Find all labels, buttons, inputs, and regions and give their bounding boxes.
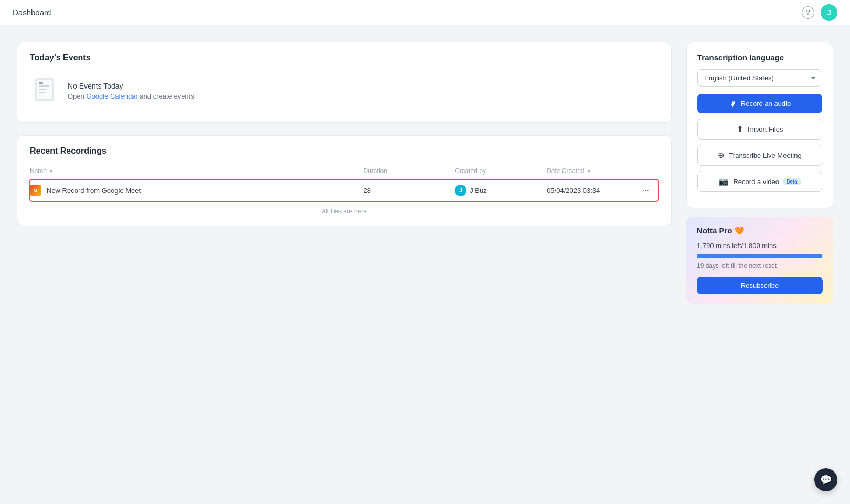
sort-name-icon: ▾ [50,168,52,174]
recordings-table-head: Name ▾ Duration Created by Date Created … [30,163,658,179]
pro-progress-bar-bg [697,254,823,258]
import-files-button[interactable]: ⬆ Import Files [697,119,822,140]
col-header-name[interactable]: Name ▾ [30,163,364,179]
no-events-title: No Events Today [68,82,196,90]
chat-icon: 💬 [820,474,832,486]
right-panel: Transcription language English (United S… [686,42,833,304]
no-events-text: No Events Today Open Google Calendar and… [68,82,196,100]
svg-rect-2 [39,85,49,87]
pro-card: Notta Pro 🧡 1,790 mins left/1,800 mins 1… [686,217,833,304]
beta-badge: Beta [783,178,801,185]
topbar: Dashboard ? J [0,0,850,25]
left-panel: Today's Events No Events Today [17,42,672,304]
record-audio-button[interactable]: 🎙 Record an audio [697,94,822,113]
resubscribe-button[interactable]: Resubscribe [697,277,823,294]
avatar[interactable]: J [821,4,837,21]
transcription-lang-title: Transcription language [697,53,822,62]
user-badge: J [455,185,466,196]
google-calendar-link[interactable]: Google Calendar [86,92,137,100]
sort-date-icon: ▾ [588,168,590,174]
col-header-duration[interactable]: Duration [364,163,455,179]
no-events-subtitle: Open Google Calendar and create events. [68,92,196,100]
help-icon[interactable]: ? [802,6,814,19]
svg-rect-4 [39,92,45,93]
topbar-actions: ? J [802,4,837,21]
all-files-text: All files are here [30,208,658,215]
main-content: Today's Events No Events Today [0,25,850,320]
chat-bubble[interactable]: 💬 [814,468,837,491]
svg-rect-3 [39,89,47,90]
events-section: Today's Events No Events Today [17,42,672,123]
transcribe-live-button[interactable]: ⊕ Transcribe Live Meeting [697,145,822,166]
more-options-button[interactable]: ··· [639,185,652,196]
no-events-svg [31,76,58,105]
no-events-icon [30,76,59,105]
mic-icon: 🎙 [729,99,737,108]
pro-card-reset: 19 days left till the next reset [697,262,823,270]
no-events-container: No Events Today Open Google Calendar and… [30,70,658,112]
table-row[interactable]: G New Record from Google Meet 28 J J Buz… [30,179,658,202]
events-section-title: Today's Events [30,53,658,62]
recording-created-by: J J Buz [455,179,547,202]
language-select[interactable]: English (United States)SpanishFrenchGerm… [697,69,822,87]
recording-actions: ··· [639,179,658,202]
recording-name: New Record from Google Meet [47,187,141,195]
col-header-date[interactable]: Date Created ▾ [547,163,639,179]
pro-card-mins: 1,790 mins left/1,800 mins [697,242,823,250]
recordings-section: Recent Recordings Name ▾ Duration Create… [17,135,672,226]
recordings-table: Name ▾ Duration Created by Date Created … [30,163,658,201]
page-title: Dashboard [13,8,51,17]
recordings-tbody: G New Record from Google Meet 28 J J Buz… [30,179,658,202]
recording-duration: 28 [364,179,455,202]
recordings-section-title: Recent Recordings [30,146,658,156]
transcription-lang-section: Transcription language English (United S… [686,42,833,208]
pro-progress-bar-fill [697,254,822,258]
video-icon: ⊕ [718,151,725,160]
google-meet-icon: G [30,185,41,196]
record-video-button[interactable]: 📷 Record a video Beta [697,171,822,192]
upload-icon: ⬆ [737,124,743,134]
pro-card-title: Notta Pro 🧡 [697,226,823,235]
recording-date: 05/04/2023 03:34 [547,179,639,202]
recording-name-cell: G New Record from Google Meet [30,179,364,202]
svg-rect-5 [39,82,43,84]
col-header-created-by[interactable]: Created by [455,163,547,179]
camera-icon: 📷 [719,177,729,186]
